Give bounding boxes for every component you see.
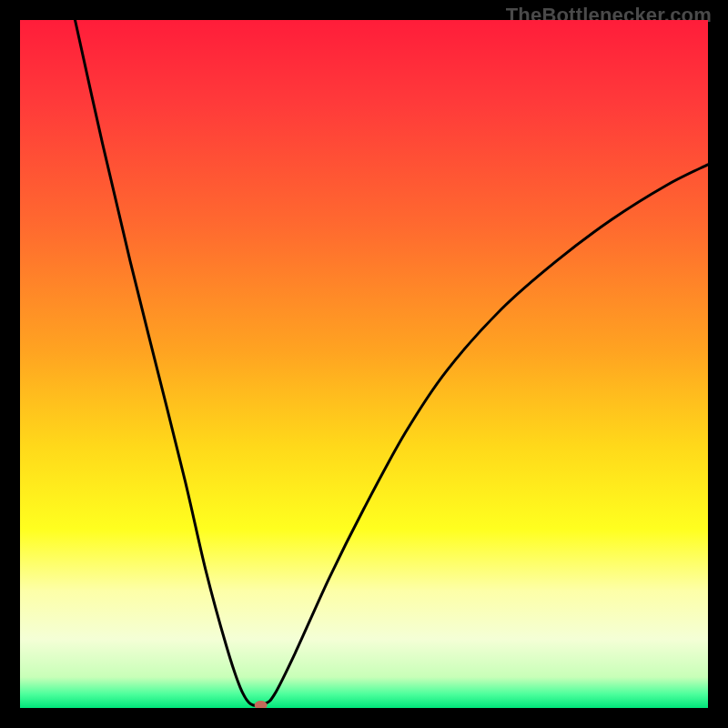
chart-frame: TheBottlenecker.com bbox=[0, 0, 728, 728]
bottleneck-chart bbox=[20, 20, 708, 708]
gradient-background bbox=[20, 20, 708, 708]
plot-area bbox=[20, 20, 708, 708]
